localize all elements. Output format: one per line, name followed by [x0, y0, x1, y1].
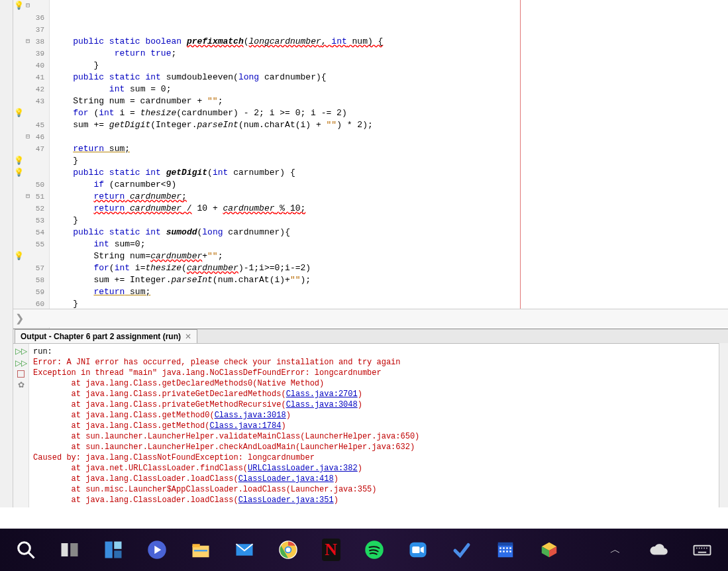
stacktrace-link[interactable]: ClassLoader.java:418: [238, 474, 334, 484]
gutter-row: ⊟46: [13, 131, 49, 143]
svg-rect-24: [503, 547, 505, 549]
code-line[interactable]: }: [50, 215, 728, 227]
svg-rect-5: [114, 542, 121, 549]
code-line[interactable]: return true;: [50, 48, 728, 60]
fold-toggle-icon[interactable]: ⊟: [24, 0, 32, 12]
box-app-icon[interactable]: [539, 539, 559, 561]
line-number: 43: [32, 95, 46, 107]
stacktrace-link[interactable]: Class.java:2701: [286, 389, 358, 399]
widgets-icon[interactable]: [103, 539, 123, 561]
editor-horizontal-scrollbar[interactable]: ❯: [13, 309, 728, 327]
console-line: at sun.launcher.LauncherHelper.checkAndL…: [33, 442, 724, 452]
console-line: Exception in thread "main" java.lang.NoC…: [33, 368, 724, 378]
tray-chevron-icon[interactable]: ︿: [607, 539, 625, 561]
svg-rect-4: [105, 542, 113, 558]
editor-gutter: 💡⊟3637⊟383940414243💡45⊟4647💡💡50⊟51525354…: [13, 0, 50, 329]
code-line[interactable]: int sum = 0;: [50, 83, 728, 95]
svg-rect-34: [694, 546, 711, 555]
gutter-row: 43: [13, 95, 49, 107]
code-content[interactable]: public static boolean prefixmatch(longca…: [50, 0, 728, 329]
output-tab-label: Output - Chapter 6 part 2 assignment (ru…: [21, 332, 181, 341]
code-line[interactable]: for (int i = thesize(cardnumber) - 2; i …: [50, 107, 728, 119]
gutter-row: 59: [13, 286, 49, 298]
code-line[interactable]: sum += getDigit(Integer.parseInt(num.cha…: [50, 119, 728, 131]
file-explorer-icon[interactable]: [191, 539, 211, 561]
warning-bulb-icon[interactable]: 💡: [14, 155, 24, 167]
output-tab[interactable]: Output - Chapter 6 part 2 assignment (ru…: [15, 329, 197, 343]
warning-bulb-icon[interactable]: 💡: [14, 250, 24, 262]
fold-toggle-icon[interactable]: ⊟: [24, 191, 32, 203]
stacktrace-link[interactable]: Class.java:1784: [209, 421, 281, 431]
gutter-row: 53: [13, 215, 49, 227]
scroll-left-icon[interactable]: ❯: [13, 312, 25, 325]
console-line: at java.lang.Class.privateGetDeclaredMet…: [33, 389, 724, 399]
gutter-row: 40: [13, 60, 49, 72]
keyboard-icon[interactable]: [692, 539, 712, 561]
code-line[interactable]: return cardnumber / 10 + cardnumber % 10…: [50, 203, 728, 215]
console-line: at java.lang.Class.privateGetMethodRecur…: [33, 399, 724, 410]
gutter-row: 💡: [13, 167, 49, 179]
stacktrace-link[interactable]: Class.java:3018: [215, 411, 286, 420]
output-panel: Output - Chapter 6 part 2 assignment (ru…: [13, 329, 728, 507]
chrome-icon[interactable]: [278, 539, 298, 561]
svg-rect-25: [506, 547, 508, 549]
code-line[interactable]: return sum;: [50, 143, 728, 155]
code-line[interactable]: return cardnumber;: [50, 191, 728, 203]
todo-icon[interactable]: [452, 539, 472, 561]
svg-rect-27: [499, 550, 501, 552]
fold-toggle-icon[interactable]: ⊟: [24, 36, 32, 48]
gutter-row: 37: [13, 24, 49, 36]
search-icon[interactable]: [16, 539, 36, 561]
close-icon[interactable]: ✕: [185, 332, 191, 341]
output-text[interactable]: run:Error: A JNI error has occurred, ple…: [29, 344, 728, 507]
code-line[interactable]: public static boolean prefixmatch(longca…: [50, 36, 728, 48]
console-line: at java.lang.Class.getMethod(Class.java:…: [33, 421, 724, 431]
code-line[interactable]: String num=cardnumber+"";: [50, 250, 728, 262]
line-number: 45: [32, 119, 46, 131]
zoom-icon[interactable]: [408, 539, 428, 561]
netflix-icon[interactable]: N: [322, 539, 340, 561]
code-line[interactable]: }: [50, 60, 728, 72]
line-number: 58: [32, 274, 46, 286]
code-line[interactable]: return sum;: [50, 286, 728, 298]
stop-icon[interactable]: [17, 370, 25, 378]
duo-icon[interactable]: [147, 539, 167, 561]
code-editor[interactable]: 💡⊟3637⊟383940414243💡45⊟4647💡💡50⊟51525354…: [13, 0, 728, 329]
stacktrace-link[interactable]: URLClassLoader.java:382: [248, 464, 358, 473]
code-line[interactable]: int sum=0;: [50, 238, 728, 250]
svg-rect-11: [194, 550, 207, 552]
warning-bulb-icon[interactable]: 💡: [14, 107, 24, 119]
mail-icon[interactable]: [234, 539, 254, 561]
calendar-icon[interactable]: [495, 539, 515, 561]
warning-bulb-icon[interactable]: 💡: [14, 0, 24, 12]
stacktrace-link[interactable]: ClassLoader.java:351: [238, 495, 334, 505]
code-line[interactable]: sum += Integer.parseInt(num.charAt(i)+""…: [50, 274, 728, 286]
svg-rect-29: [506, 550, 508, 552]
output-vertical-scrollbar[interactable]: [719, 343, 728, 507]
gutter-row: 58: [13, 274, 49, 286]
warning-bulb-icon[interactable]: 💡: [14, 167, 24, 179]
console-line: Caused by: java.lang.ClassNotFoundExcept…: [33, 452, 724, 463]
gutter-row: 42: [13, 83, 49, 95]
code-line[interactable]: for(int i=thesize(cardnumber)-1;i>=0;i-=…: [50, 262, 728, 274]
cloud-icon[interactable]: [649, 539, 668, 561]
line-number: 40: [32, 60, 46, 72]
rerun-step-icon[interactable]: ▷▷: [15, 358, 27, 368]
code-line[interactable]: }: [50, 155, 728, 167]
rerun-icon[interactable]: ▷▷: [15, 346, 27, 356]
code-line[interactable]: public static int sumodd(long cardnumner…: [50, 227, 728, 238]
code-line[interactable]: public static int getDigit(int carnumber…: [50, 167, 728, 179]
line-number: 59: [32, 286, 46, 298]
stacktrace-link[interactable]: Class.java:3048: [286, 400, 358, 409]
line-number: 36: [32, 12, 46, 24]
output-gutter: ▷▷ ▷▷ ✿: [13, 344, 29, 507]
task-view-icon[interactable]: [60, 539, 79, 561]
spotify-icon[interactable]: [364, 539, 384, 561]
gutter-row: 41: [13, 72, 49, 83]
settings-icon[interactable]: ✿: [18, 380, 25, 389]
code-line[interactable]: [50, 131, 728, 143]
code-line[interactable]: if (carnumber<9): [50, 179, 728, 191]
code-line[interactable]: String num = cardnumber + "";: [50, 95, 728, 107]
fold-toggle-icon[interactable]: ⊟: [24, 131, 32, 143]
code-line[interactable]: public static int sumdoubleeven(long car…: [50, 72, 728, 83]
